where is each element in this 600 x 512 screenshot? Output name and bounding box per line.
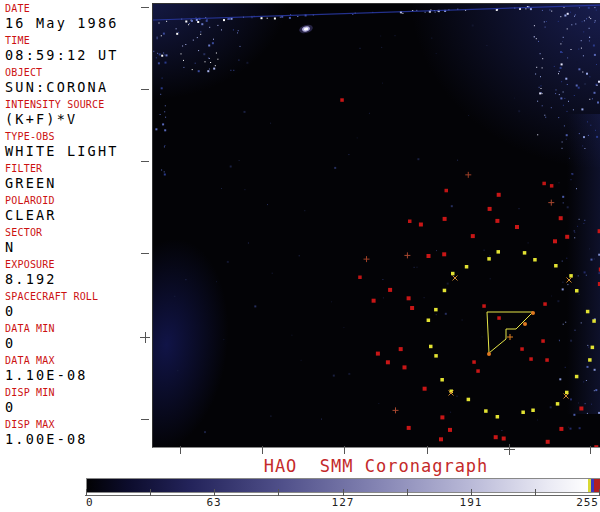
left-axis-tick bbox=[141, 253, 149, 254]
metadata-label: DATA MAX bbox=[5, 355, 151, 367]
metadata-label: DATE bbox=[5, 3, 151, 15]
metadata-label: TYPE-OBS bbox=[5, 131, 151, 143]
metadata-field: INTENSITY SOURCE(K+F)*V bbox=[5, 99, 151, 127]
metadata-field: EXPOSURE8.192 bbox=[5, 259, 151, 287]
sun-center-cross bbox=[507, 334, 513, 340]
bottom-axis-tick bbox=[180, 446, 181, 454]
colorbar-tick-label: 255 bbox=[576, 497, 599, 508]
metadata-field: SPACECRAFT ROLL0 bbox=[5, 291, 151, 319]
metadata-field: FILTERGREEN bbox=[5, 163, 151, 191]
left-axis-tick bbox=[141, 161, 149, 162]
metadata-field: POLAROIDCLEAR bbox=[5, 195, 151, 223]
image-title: HAO SMM Coronagraph bbox=[152, 456, 600, 476]
inner-marker-dots bbox=[340, 98, 549, 373]
smm-coronagraph-viewer: DATE16 May 1986 TIME08:59:12 UT OBJECTSU… bbox=[0, 0, 600, 512]
metadata-value: 1.10E-08 bbox=[5, 367, 151, 383]
colorbar-tick-label: 127 bbox=[332, 497, 355, 508]
metadata-value: CLEAR bbox=[5, 207, 151, 223]
metadata-field: DATE16 May 1986 bbox=[5, 3, 151, 31]
colorbar-tick bbox=[471, 489, 472, 496]
bottom-axis-tick bbox=[590, 446, 591, 454]
colorbar-tick bbox=[150, 489, 151, 496]
colorbar-tick bbox=[214, 489, 215, 496]
metadata-label: OBJECT bbox=[5, 67, 151, 79]
coronagraph-image bbox=[152, 3, 600, 448]
bottom-axis-tick bbox=[427, 446, 428, 454]
metadata-value: N bbox=[5, 239, 151, 255]
metadata-label: DATA MIN bbox=[5, 323, 151, 335]
left-axis-tick bbox=[141, 419, 149, 420]
metadata-value: 08:59:12 UT bbox=[5, 47, 151, 63]
metadata-field: DISP MAX1.00E-08 bbox=[5, 419, 151, 447]
metadata-label: SPACECRAFT ROLL bbox=[5, 291, 151, 303]
metadata-value: 0 bbox=[5, 335, 151, 351]
metadata-label: EXPOSURE bbox=[5, 259, 151, 271]
left-axis-tick bbox=[141, 7, 149, 8]
left-axis-tick bbox=[141, 89, 149, 90]
noise-speckles bbox=[153, 6, 600, 433]
metadata-field: TYPE-OBSWHITE LIGHT bbox=[5, 131, 151, 159]
bottom-axis-tick bbox=[262, 446, 263, 454]
left-axis-plus-tick bbox=[145, 332, 146, 343]
metadata-label: POLAROID bbox=[5, 195, 151, 207]
image-overlay bbox=[153, 4, 600, 447]
metadata-value: GREEN bbox=[5, 175, 151, 191]
metadata-label: DISP MIN bbox=[5, 387, 151, 399]
metadata-value: SUN:CORONA bbox=[5, 79, 151, 95]
fiducial-rings bbox=[358, 172, 600, 447]
metadata-value: WHITE LIGHT bbox=[5, 143, 151, 159]
target-polygon bbox=[487, 311, 535, 356]
colorbar-tick bbox=[535, 489, 536, 496]
metadata-label: FILTER bbox=[5, 163, 151, 175]
metadata-value: 0 bbox=[5, 399, 151, 415]
colorbar-tick bbox=[278, 489, 279, 496]
metadata-field: DATA MAX1.10E-08 bbox=[5, 355, 151, 383]
colorbar-tick-label: 63 bbox=[206, 497, 221, 508]
metadata-value: 8.192 bbox=[5, 271, 151, 287]
colorbar-tick-label: 191 bbox=[460, 497, 483, 508]
metadata-field: DISP MIN0 bbox=[5, 387, 151, 415]
metadata-label: TIME bbox=[5, 35, 151, 47]
bright-spot bbox=[298, 23, 314, 34]
colorbar-tick bbox=[407, 489, 408, 496]
metadata-label: INTENSITY SOURCE bbox=[5, 99, 151, 111]
metadata-field: OBJECTSUN:CORONA bbox=[5, 67, 151, 95]
colorbar-tick bbox=[86, 489, 87, 496]
metadata-value: 0 bbox=[5, 303, 151, 319]
metadata-field: SECTORN bbox=[5, 227, 151, 255]
metadata-value: 1.00E-08 bbox=[5, 431, 151, 447]
bottom-axis-plus-tick bbox=[509, 444, 510, 455]
metadata-label: SECTOR bbox=[5, 227, 151, 239]
debris-streak bbox=[153, 5, 600, 20]
metadata-value: 16 May 1986 bbox=[5, 15, 151, 31]
metadata-field: DATA MIN0 bbox=[5, 323, 151, 351]
metadata-panel: DATE16 May 1986 TIME08:59:12 UT OBJECTSU… bbox=[0, 0, 151, 512]
bottom-axis-tick bbox=[344, 446, 345, 454]
metadata-label: DISP MAX bbox=[5, 419, 151, 431]
colorbar-tick-label: 0 bbox=[86, 497, 94, 508]
metadata-value: (K+F)*V bbox=[5, 111, 151, 127]
colorbar-tick bbox=[343, 489, 344, 496]
metadata-field: TIME08:59:12 UT bbox=[5, 35, 151, 63]
